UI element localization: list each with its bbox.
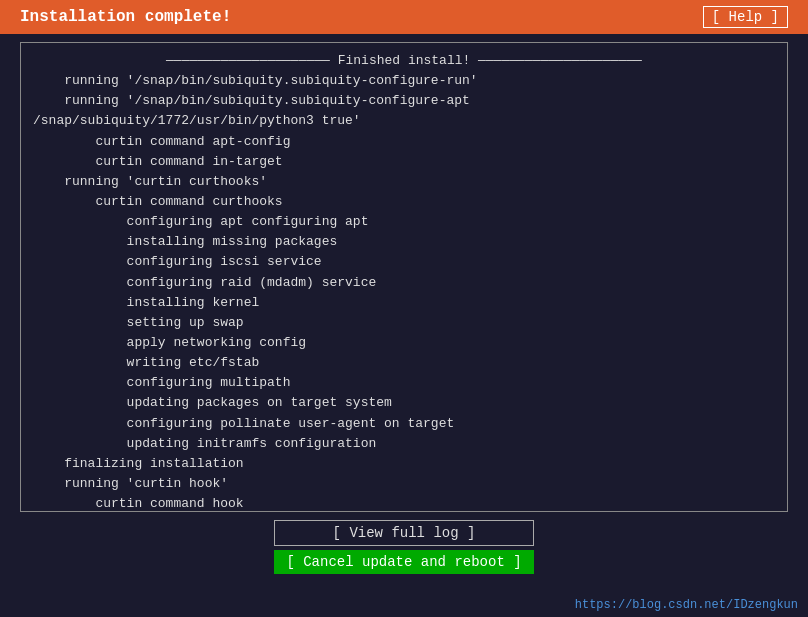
terminal-line: writing etc/fstab [33,353,775,373]
terminal-line: curtin command in-target [33,152,775,172]
main-content: ————————————————————— Finished install! … [0,34,808,596]
terminal-line: configuring raid (mdadm) service [33,273,775,293]
terminal-line: running 'curtin curthooks' [33,172,775,192]
buttons-area: [ View full log ][ Cancel update and reb… [20,512,788,580]
terminal-line: updating initramfs configuration [33,434,775,454]
view-log-button[interactable]: [ View full log ] [274,520,534,546]
terminal-line: apply networking config [33,333,775,353]
terminal-line: running 'curtin hook' [33,474,775,494]
terminal-line: configuring pollinate user-agent on targ… [33,414,775,434]
footer-url: https://blog.csdn.net/IDzengkun [0,596,808,617]
terminal-line: updating packages on target system [33,393,775,413]
terminal-line: setting up swap [33,313,775,333]
terminal-line: configuring apt configuring apt [33,212,775,232]
cancel-update-button[interactable]: [ Cancel update and reboot ] [274,550,534,574]
terminal-line: installing kernel [33,293,775,313]
terminal-line: curtin command curthooks [33,192,775,212]
header-title: Installation complete! [20,8,231,26]
terminal-line: finalizing installation [33,454,775,474]
terminal-line: running '/snap/bin/subiquity.subiquity-c… [33,71,775,91]
terminal-box: ————————————————————— Finished install! … [20,42,788,512]
terminal-line: installing missing packages [33,232,775,252]
help-button[interactable]: [ Help ] [703,6,788,28]
header-bar: Installation complete! [ Help ] [0,0,808,34]
terminal-line: configuring iscsi service [33,252,775,272]
terminal-line: running '/snap/bin/subiquity.subiquity-c… [33,91,775,111]
terminal-line: configuring multipath [33,373,775,393]
terminal-line: /snap/subiquity/1772/usr/bin/python3 tru… [33,111,775,131]
terminal-line: curtin command apt-config [33,132,775,152]
terminal-line: curtin command hook [33,494,775,512]
separator-line: ————————————————————— Finished install! … [33,51,775,71]
